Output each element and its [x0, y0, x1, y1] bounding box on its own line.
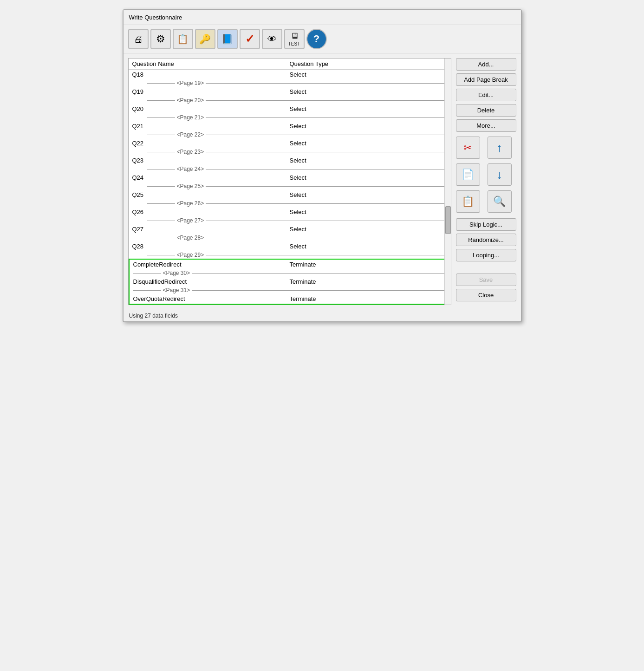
more-button[interactable]: More... [456, 119, 516, 132]
notebook-button[interactable]: 📘 [217, 29, 238, 49]
table-row[interactable]: Q19 Select [129, 87, 451, 97]
icon-button-row-2: 📄 ↓ [456, 163, 516, 186]
table-header: Question Name Question Type [129, 59, 451, 70]
looping-button[interactable]: Looping... [456, 249, 516, 261]
scissors-icon: ✂ [464, 142, 472, 153]
question-name: Q25 [132, 191, 290, 198]
help-icon: ? [313, 33, 319, 45]
question-name: Q19 [132, 88, 290, 95]
table-row[interactable]: Q26 Select [129, 207, 451, 217]
move-up-button[interactable]: ↑ [488, 137, 512, 159]
page-break-label: <Page 26> [177, 200, 204, 207]
table-row[interactable]: Q24 Select [129, 173, 451, 182]
question-list-panel[interactable]: Question Name Question Type Q18 Select <… [128, 58, 451, 305]
test-label: TEST [288, 41, 300, 47]
title-bar: Write Questionnaire [124, 10, 521, 25]
scrollbar-track[interactable] [444, 59, 451, 305]
question-name: DisqualifiedRedirect [133, 278, 290, 285]
help-button[interactable]: ? [306, 29, 327, 49]
header-question-type: Question Type [290, 60, 447, 67]
question-type: Terminate [290, 295, 446, 302]
page-break-row: <Page 29> [129, 251, 451, 259]
gear-icon: ⚙ [156, 33, 165, 45]
question-type: Select [290, 157, 447, 164]
page-break-label: <Page 19> [177, 80, 204, 86]
table-row[interactable]: Q18 Select [129, 70, 451, 79]
table-row[interactable]: Q22 Select [129, 138, 451, 148]
scrollbar-thumb[interactable] [445, 206, 451, 234]
page-break-row: <Page 23> [129, 148, 451, 156]
paste-icon: 📋 [462, 195, 474, 208]
cut-button[interactable]: ✂ [456, 137, 480, 159]
save-button[interactable]: Save [456, 274, 516, 286]
question-type: Select [290, 88, 447, 95]
page-break-row: <Page 22> [129, 131, 451, 138]
page-break-label: <Page 30> [163, 270, 190, 276]
icon-button-row-3: 📋 🔍 [456, 190, 516, 213]
checkmark-icon: ✓ [245, 33, 254, 46]
table-row[interactable]: Q27 Select [129, 224, 451, 234]
window-title: Write Questionnaire [129, 14, 182, 21]
status-text: Using 27 data fields [129, 313, 178, 319]
table-row[interactable]: CompleteRedirect Terminate [130, 260, 450, 269]
question-name: Q23 [132, 157, 290, 164]
question-type: Select [290, 243, 447, 250]
question-type: Select [290, 191, 447, 198]
paste-button[interactable]: 📋 [456, 190, 480, 213]
preview-button[interactable]: 👁 [262, 29, 282, 49]
question-type: Select [290, 71, 447, 78]
question-type: Select [290, 226, 447, 233]
question-type: Select [290, 140, 447, 147]
randomize-button[interactable]: Randomize... [456, 234, 516, 246]
table-row[interactable]: Q23 Select [129, 156, 451, 165]
key-button[interactable]: 🔑 [195, 29, 215, 49]
table-row[interactable]: Q20 Select [129, 104, 451, 114]
down-arrow-icon: ↓ [496, 168, 502, 182]
page-break-label: <Page 31> [163, 287, 190, 293]
toolbar: 🖨 ⚙ 📋 🔑 📘 ✓ 👁 🖥 TEST ? [124, 25, 521, 53]
status-bar: Using 27 data fields [124, 310, 521, 321]
monitor-icon: 🖥 [290, 31, 299, 41]
print-button[interactable]: 🖨 [128, 29, 149, 49]
question-name: CompleteRedirect [133, 261, 290, 268]
eye-icon: 👁 [267, 34, 277, 45]
add-button[interactable]: Add... [456, 58, 516, 71]
page-break-label: <Page 27> [177, 217, 204, 224]
page-break-label: <Page 21> [177, 114, 204, 121]
table-row[interactable]: Q28 Select [129, 241, 451, 251]
question-name: Q22 [132, 140, 290, 147]
search-icon: 🔍 [493, 195, 506, 208]
layout-button[interactable]: 📋 [173, 29, 193, 49]
close-button[interactable]: Close [456, 289, 516, 301]
move-down-button[interactable]: ↓ [488, 163, 512, 186]
table-row[interactable]: DisqualifiedRedirect Terminate [130, 277, 450, 287]
add-page-break-button[interactable]: Add Page Break [456, 73, 516, 86]
table-row[interactable]: Q25 Select [129, 190, 451, 200]
question-name: Q24 [132, 174, 290, 181]
copy-button[interactable]: 📄 [456, 163, 480, 186]
page-break-row: <Page 24> [129, 165, 451, 173]
page-break-label: <Page 23> [177, 149, 204, 155]
validate-button[interactable]: ✓ [240, 29, 260, 49]
main-content: Question Name Question Type Q18 Select <… [124, 53, 521, 310]
main-window: Write Questionnaire 🖨 ⚙ 📋 🔑 📘 ✓ 👁 🖥 TEST [123, 9, 522, 322]
settings-button[interactable]: ⚙ [150, 29, 171, 49]
header-question-name: Question Name [132, 60, 290, 67]
test-btn-inner: 🖥 TEST [288, 31, 300, 47]
edit-button[interactable]: Edit... [456, 89, 516, 101]
skip-logic-button[interactable]: Skip Logic... [456, 218, 516, 231]
icon-button-row-1: ✂ ↑ [456, 137, 516, 159]
table-row[interactable]: Q21 Select [129, 121, 451, 131]
search-button[interactable]: 🔍 [488, 190, 512, 213]
selected-rows-group[interactable]: CompleteRedirect Terminate <Page 30> Dis… [129, 259, 451, 305]
table-row[interactable]: OverQuotaRedirect Terminate [130, 294, 450, 304]
page-break-label: <Page 22> [177, 131, 204, 138]
question-name: Q18 [132, 71, 290, 78]
test-button[interactable]: 🖥 TEST [284, 29, 305, 49]
page-break-row: <Page 31> [130, 287, 450, 294]
delete-button[interactable]: Delete [456, 104, 516, 117]
page-break-row: <Page 30> [130, 269, 450, 277]
page-break-row: <Page 27> [129, 217, 451, 224]
page-break-label: <Page 20> [177, 97, 204, 104]
question-type: Select [290, 123, 447, 130]
